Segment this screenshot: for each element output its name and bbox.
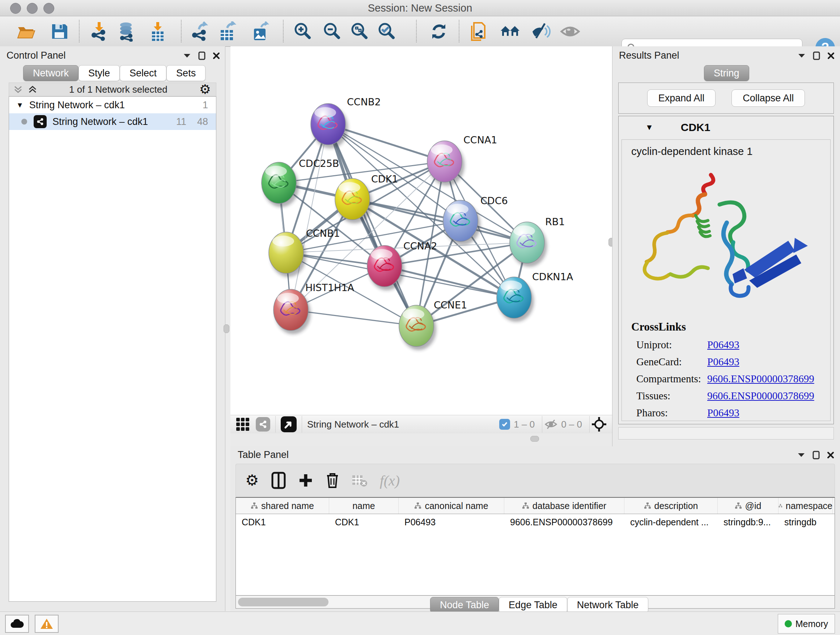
tab-sets[interactable]: Sets: [166, 65, 205, 81]
export-network-icon[interactable]: [189, 21, 210, 42]
export-table-icon[interactable]: [217, 21, 237, 42]
open-session-icon[interactable]: [16, 21, 36, 42]
birds-eye-view-icon[interactable]: [235, 417, 250, 432]
network-collection-row[interactable]: ▼ String Network – cdk1 1: [9, 97, 216, 113]
network-node-hist1h1a[interactable]: HIST1H1A: [273, 282, 355, 334]
zoom-out-icon[interactable]: [322, 21, 342, 42]
export-image-icon[interactable]: [250, 21, 271, 42]
network-node-cdkn1a[interactable]: CDKN1A: [497, 271, 573, 322]
tab-style[interactable]: Style: [79, 65, 120, 81]
zoom-fit-icon[interactable]: [349, 21, 369, 42]
crosslink-link[interactable]: P06493: [707, 356, 739, 368]
tab-select[interactable]: Select: [120, 65, 166, 81]
crosslink-link[interactable]: P06493: [707, 339, 739, 351]
show-graphics-details-icon[interactable]: [560, 21, 580, 42]
home-networks-icon[interactable]: [500, 21, 520, 42]
tab-string-results[interactable]: String: [704, 65, 749, 81]
memory-button[interactable]: Memory: [778, 614, 835, 633]
panel-float-icon[interactable]: [813, 51, 820, 60]
hidden-eye-icon[interactable]: [545, 419, 557, 430]
window-title: Session: New Session: [0, 2, 840, 14]
application-window: Session: New Session: [0, 0, 840, 635]
node-table-row[interactable]: CDK1CDK1P064939606.ENSP00000378699cyclin…: [236, 514, 835, 530]
collection-expand-icon[interactable]: ▼: [16, 101, 24, 109]
fit-selected-crosshair-icon[interactable]: [591, 416, 607, 432]
zoom-in-icon[interactable]: [292, 21, 313, 42]
column-header-shared-name[interactable]: shared name: [236, 498, 329, 514]
table-cell[interactable]: cyclin-dependent ...: [624, 514, 718, 530]
hide-graphics-details-icon[interactable]: [531, 21, 551, 42]
panel-close-icon[interactable]: [827, 52, 835, 59]
warnings-button[interactable]: [35, 615, 58, 633]
network-edge[interactable]: [328, 124, 416, 326]
panel-menu-icon[interactable]: [798, 53, 806, 58]
column-header-database-identifier[interactable]: database identifier: [504, 498, 624, 514]
zoom-selected-icon[interactable]: [376, 21, 396, 42]
table-options-gear-icon[interactable]: ⚙: [245, 473, 259, 488]
column-header-name[interactable]: name: [329, 498, 399, 514]
string-network-graph[interactable]: CCNB2CCNA1CDC25BCDK1CDC6RB1CCNB1CCNA2CDK…: [231, 46, 612, 415]
crosslink-link[interactable]: 9606.ENSP00000378699: [707, 373, 814, 385]
node-table[interactable]: shared namenamecanonical namedatabase id…: [235, 497, 835, 595]
network-options-gear-icon[interactable]: ⚙: [199, 83, 211, 96]
network-row-selected[interactable]: String Network – cdk1 11 48: [9, 113, 216, 130]
import-network-from-database-icon[interactable]: [117, 21, 137, 42]
toolbar-separator: [459, 20, 459, 42]
add-column-icon[interactable]: [298, 473, 313, 488]
delete-column-icon[interactable]: [325, 472, 339, 489]
expand-all-icon[interactable]: [28, 85, 37, 94]
collapse-entry-icon[interactable]: ▼: [645, 123, 653, 132]
panel-float-icon[interactable]: [198, 51, 205, 60]
network-view-canvas[interactable]: CCNB2CCNA1CDC25BCDK1CDC6RB1CCNB1CCNA2CDK…: [231, 46, 612, 415]
network-node-ccnb1[interactable]: CCNB1: [269, 228, 340, 277]
column-header-description[interactable]: description: [624, 498, 718, 514]
table-cell[interactable]: P06493: [399, 514, 504, 530]
open-in-window-icon[interactable]: [281, 416, 297, 432]
table-panel: Table Panel ⚙: [231, 447, 840, 611]
expand-all-button[interactable]: Expand All: [647, 89, 716, 107]
cloud-sync-button[interactable]: [5, 615, 29, 633]
network-node-rb1[interactable]: RB1: [510, 216, 565, 267]
panel-close-icon[interactable]: [213, 52, 220, 59]
table-cell[interactable]: 9606.ENSP00000378699: [504, 514, 624, 530]
panel-menu-icon[interactable]: [797, 453, 805, 458]
import-table-icon[interactable]: [148, 21, 168, 42]
tab-network-table[interactable]: Network Table: [567, 597, 649, 613]
panel-float-icon[interactable]: [813, 451, 820, 459]
column-header--id[interactable]: @id: [718, 498, 778, 514]
results-panel-title: Results Panel: [619, 50, 679, 61]
bottom-splitter-handle[interactable]: [531, 436, 539, 442]
crosslink-link[interactable]: P06493: [707, 407, 739, 419]
import-network-icon[interactable]: [89, 21, 109, 42]
network-node-cdc6[interactable]: CDC6: [443, 195, 508, 245]
scrollbar-thumb[interactable]: [238, 598, 328, 606]
collapse-all-button[interactable]: Collapse All: [731, 89, 805, 107]
network-node-ccne1[interactable]: CCNE1: [399, 299, 467, 350]
panel-close-icon[interactable]: [827, 451, 834, 459]
selected-checkbox-icon[interactable]: [499, 419, 510, 430]
column-type-icon: [251, 502, 258, 509]
table-cell[interactable]: CDK1: [329, 514, 399, 530]
table-cell[interactable]: stringdb: [778, 514, 833, 530]
save-session-icon[interactable]: [49, 21, 69, 42]
node-details-header[interactable]: ▼ CDK1: [619, 116, 834, 139]
hidden-count: 0 – 0: [561, 419, 582, 430]
table-cell[interactable]: stringdb:9...: [718, 514, 778, 530]
column-header-canonical-name[interactable]: canonical name: [399, 498, 504, 514]
column-header-namespace[interactable]: namespace: [778, 498, 833, 514]
refresh-icon[interactable]: [429, 21, 449, 42]
string-style-icon[interactable]: [256, 417, 270, 432]
column-header-label: name: [352, 501, 375, 511]
collapse-all-icon[interactable]: [13, 85, 23, 94]
left-splitter-handle[interactable]: [224, 325, 229, 333]
crosslink-label: Compartments:: [622, 373, 707, 385]
toolbar-separator: [589, 416, 590, 432]
table-cell[interactable]: CDK1: [236, 514, 329, 530]
string-import-icon[interactable]: [469, 21, 489, 42]
crosslink-link[interactable]: 9606.ENSP00000378699: [707, 390, 814, 402]
tab-edge-table[interactable]: Edge Table: [499, 597, 567, 613]
panel-menu-icon[interactable]: [183, 53, 191, 58]
tab-network[interactable]: Network: [23, 65, 79, 81]
show-columns-icon[interactable]: [271, 472, 286, 489]
tab-node-table[interactable]: Node Table: [430, 597, 499, 613]
